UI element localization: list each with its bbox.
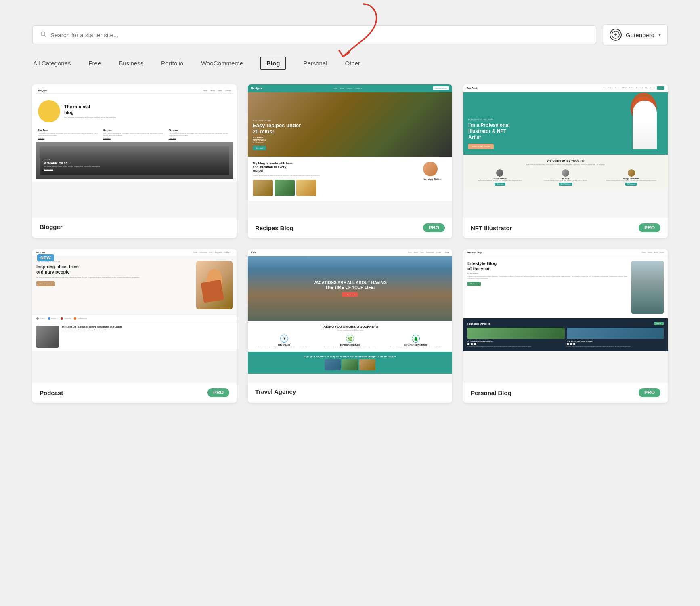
templates-grid: Blogger HomeAboutNewsContact The minimal… bbox=[32, 84, 668, 403]
template-name-personal-blog: Personal Blog bbox=[471, 389, 511, 396]
template-card-recipes[interactable]: Recipes HomeAboutRecipesContact ▾ Downlo… bbox=[248, 84, 452, 238]
category-business[interactable]: Business bbox=[118, 57, 144, 69]
search-icon bbox=[40, 31, 46, 39]
new-badge-podcast: NEW bbox=[37, 254, 54, 261]
builder-dropdown[interactable]: Gutenberg ▾ bbox=[603, 24, 668, 45]
template-footer-personal-blog: Personal Blog PRO bbox=[463, 383, 668, 403]
category-blog[interactable]: Blog bbox=[260, 57, 286, 70]
template-name-blogger: Blogger bbox=[40, 223, 63, 230]
template-preview-blogger: Blogger HomeAboutNewsContact The minimal… bbox=[32, 84, 237, 218]
template-footer-travel: Travel Agency bbox=[248, 383, 452, 401]
search-input[interactable] bbox=[50, 32, 589, 38]
categories-row: All Categories Free Business Portfolio W… bbox=[32, 57, 668, 70]
search-bar-row: Gutenberg ▾ bbox=[32, 24, 668, 45]
template-card-travel[interactable]: Zele HomeAboutToursTestimonialsContact ▾… bbox=[248, 249, 452, 403]
template-card-personal-blog[interactable]: Personal Blog HomeStoriesAboutContact Li… bbox=[463, 249, 668, 403]
builder-label: Gutenberg bbox=[626, 32, 654, 38]
category-personal[interactable]: Personal bbox=[302, 57, 328, 69]
chevron-down-icon: ▾ bbox=[658, 32, 661, 38]
pro-badge-podcast: PRO bbox=[207, 388, 229, 397]
template-preview-travel: Zele HomeAboutToursTestimonialsContact ▾… bbox=[248, 249, 452, 383]
svg-line-1 bbox=[44, 35, 46, 36]
template-footer-recipes: Recipes Blog PRO bbox=[248, 218, 452, 238]
pro-badge-personal-blog: PRO bbox=[639, 388, 660, 397]
template-preview-personal-blog: Personal Blog HomeStoriesAboutContact Li… bbox=[463, 249, 668, 383]
categories-section: All Categories Free Business Portfolio W… bbox=[32, 57, 668, 70]
template-preview-nft: Jane Austin HomeAboutServicesNFTs ▾Portf… bbox=[463, 84, 668, 218]
template-preview-podcast: NEW Podcast HOMEEPISODESSHOPARTICLESCONT… bbox=[32, 249, 237, 383]
template-footer-blogger: Blogger bbox=[32, 218, 237, 236]
category-free[interactable]: Free bbox=[88, 57, 102, 69]
pro-badge-nft: PRO bbox=[639, 223, 660, 232]
template-name-recipes: Recipes Blog bbox=[255, 225, 293, 231]
category-other[interactable]: Other bbox=[344, 57, 361, 69]
search-input-wrapper bbox=[32, 25, 596, 44]
template-card-nft[interactable]: Jane Austin HomeAboutServicesNFTs ▾Portf… bbox=[463, 84, 668, 238]
template-footer-nft: NFT Illustrator PRO bbox=[463, 218, 668, 238]
template-preview-recipes: Recipes HomeAboutRecipesContact ▾ Downlo… bbox=[248, 84, 452, 218]
pro-badge-recipes: PRO bbox=[423, 223, 445, 232]
template-footer-podcast: Podcast PRO bbox=[32, 383, 237, 403]
template-card-blogger[interactable]: Blogger HomeAboutNewsContact The minimal… bbox=[32, 84, 237, 238]
template-card-podcast[interactable]: NEW Podcast HOMEEPISODESSHOPARTICLESCONT… bbox=[32, 249, 237, 403]
category-portfolio[interactable]: Portfolio bbox=[160, 57, 184, 69]
category-all[interactable]: All Categories bbox=[32, 57, 71, 69]
template-name-nft: NFT Illustrator bbox=[471, 225, 512, 231]
gutenberg-icon bbox=[610, 29, 622, 41]
category-woocommerce[interactable]: WooCommerce bbox=[200, 57, 244, 69]
template-name-podcast: Podcast bbox=[40, 389, 63, 396]
template-name-travel: Travel Agency bbox=[255, 388, 296, 395]
